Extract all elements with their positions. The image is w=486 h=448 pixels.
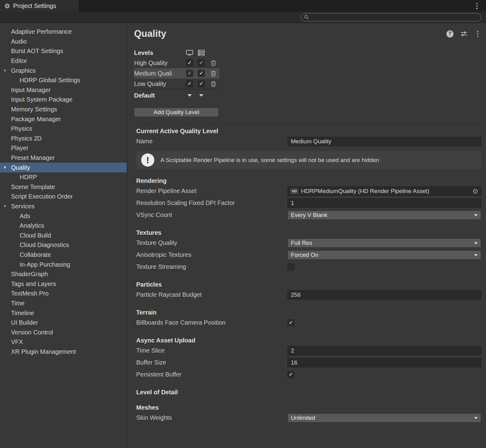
sidebar-item-analytics[interactable]: Analytics bbox=[0, 221, 127, 231]
setting-label: Texture Quality bbox=[136, 239, 287, 246]
anisotropic-textures-dropdown[interactable]: Forced On bbox=[287, 250, 481, 260]
section-title-meshes: Meshes bbox=[136, 404, 481, 411]
sidebar-item-physics[interactable]: Physics bbox=[0, 124, 127, 134]
render-pipeline-asset-field[interactable]: HD HDRPMediumQuality (HD Render Pipeline… bbox=[287, 187, 481, 196]
presets-sliders-icon[interactable] bbox=[460, 30, 468, 37]
levels-header-row: Levels bbox=[134, 48, 219, 58]
skin-weights-dropdown[interactable]: Unlimited bbox=[287, 413, 481, 423]
section-title-rendering: Rendering bbox=[136, 177, 481, 184]
level-name: Low Quality bbox=[134, 80, 184, 87]
section-title-current-active: Current Active Quality Level bbox=[136, 128, 481, 135]
sidebar-item-package-manager[interactable]: Package Manager bbox=[0, 114, 127, 124]
sidebar-item-input-system-package[interactable]: Input System Package bbox=[0, 95, 127, 105]
foldout-triangle-icon[interactable]: ▼ bbox=[3, 204, 7, 208]
sidebar-item-script-execution-order[interactable]: Script Execution Order bbox=[0, 192, 127, 202]
setting-label: Time Slice bbox=[136, 347, 287, 354]
sidebar-item-preset-manager[interactable]: Preset Manager bbox=[0, 153, 127, 163]
sidebar-item-cloud-build[interactable]: Cloud Build bbox=[0, 230, 127, 240]
level-enabled-checkbox[interactable]: ✓ bbox=[186, 60, 193, 66]
sidebar-item-tags-and-layers[interactable]: Tags and Layers bbox=[0, 279, 127, 289]
vsync-count-dropdown[interactable]: Every V Blank bbox=[287, 210, 481, 220]
sidebar-item-adaptive-performance[interactable]: Adaptive Performance bbox=[0, 27, 127, 37]
window-kebab-icon[interactable]: ⋮ bbox=[468, 0, 486, 12]
default-level-dropdown[interactable] bbox=[195, 89, 207, 102]
sidebar-item-in-app-purchasing[interactable]: In-App Purchasing bbox=[0, 260, 127, 269]
sidebar-item-version-control[interactable]: Version Control bbox=[0, 327, 127, 337]
sidebar-item-burst-aot-settings[interactable]: Burst AOT Settings bbox=[0, 46, 127, 56]
level-name: High Quality bbox=[134, 60, 184, 67]
sidebar-item-input-manager[interactable]: Input Manager bbox=[0, 85, 127, 95]
section-title-textures: Textures bbox=[136, 229, 481, 236]
header-icons: ? ⋮ bbox=[446, 30, 481, 38]
sidebar-item-cloud-diagnostics[interactable]: Cloud Diagnostics bbox=[0, 240, 127, 250]
setting-label: Persistent Buffer bbox=[136, 371, 287, 378]
sidebar-item-editor[interactable]: Editor bbox=[0, 56, 127, 66]
delete-level-icon[interactable] bbox=[207, 68, 219, 79]
setting-label: Anisotropic Textures bbox=[136, 251, 287, 258]
foldout-triangle-icon[interactable]: ▼ bbox=[3, 165, 7, 170]
time-slice-input[interactable]: 2 bbox=[287, 346, 481, 355]
setting-row-buffer-size: Buffer Size 16 bbox=[136, 357, 481, 369]
platform-list-icon[interactable] bbox=[195, 48, 207, 58]
buffer-size-input[interactable]: 16 bbox=[287, 358, 481, 367]
level-enabled-checkbox[interactable]: ✓ bbox=[198, 70, 205, 77]
billboards-face-camera-checkbox[interactable]: ✓ bbox=[287, 319, 294, 326]
sidebar-item-player[interactable]: Player bbox=[0, 143, 127, 153]
level-enabled-checkbox[interactable]: ✓ bbox=[198, 80, 205, 87]
persistent-buffer-checkbox[interactable]: ✓ bbox=[287, 371, 294, 378]
settings-sidebar: Adaptive Performance Audio Burst AOT Set… bbox=[0, 23, 127, 448]
add-quality-level-button[interactable]: Add Quality Level bbox=[134, 108, 219, 117]
setting-row-billboards-face-camera: Billboards Face Camera Position ✓ bbox=[136, 317, 481, 329]
delete-level-icon[interactable] bbox=[207, 79, 219, 89]
sidebar-item-ads[interactable]: Ads bbox=[0, 211, 127, 221]
particle-raycast-budget-input[interactable]: 256 bbox=[287, 290, 481, 299]
sidebar-item-timeline[interactable]: Timeline bbox=[0, 308, 127, 318]
search-icon bbox=[304, 15, 309, 20]
sidebar-item-time[interactable]: Time bbox=[0, 299, 127, 308]
setting-row-resolution-scaling: Resolution Scaling Fixed DPI Factor 1 bbox=[136, 197, 481, 209]
section-particles: Particles Particle Raycast Budget 256 bbox=[134, 281, 481, 301]
search-box[interactable] bbox=[301, 13, 481, 21]
sidebar-item-services[interactable]: ▼ Services bbox=[0, 202, 127, 211]
project-settings-window: ⚙ Project Settings ⋮ Adaptive Performanc… bbox=[0, 0, 486, 448]
help-icon[interactable]: ? bbox=[446, 30, 453, 37]
sidebar-item-xr-plugin-management[interactable]: XR Plugin Management bbox=[0, 347, 127, 357]
level-enabled-checkbox[interactable]: ✓ bbox=[186, 80, 193, 87]
texture-quality-dropdown[interactable]: Full Res bbox=[287, 238, 481, 248]
search-input[interactable] bbox=[311, 14, 478, 20]
quality-name-input[interactable]: Medium Quality bbox=[287, 137, 481, 146]
default-level-dropdown[interactable] bbox=[184, 89, 195, 102]
sidebar-item-hdrp[interactable]: HDRP bbox=[0, 172, 127, 182]
tab-project-settings[interactable]: ⚙ Project Settings bbox=[0, 0, 79, 12]
sidebar-item-shadergraph[interactable]: ShaderGraph bbox=[0, 269, 127, 279]
section-title-terrain: Terrain bbox=[136, 309, 481, 316]
sidebar-item-memory-settings[interactable]: Memory Settings bbox=[0, 105, 127, 114]
level-enabled-checkbox[interactable]: ✓ bbox=[198, 60, 205, 66]
sidebar-item-textmesh-pro[interactable]: TextMesh Pro bbox=[0, 289, 127, 299]
foldout-triangle-icon[interactable]: ▼ bbox=[3, 68, 7, 73]
sidebar-item-ui-builder[interactable]: UI Builder bbox=[0, 318, 127, 328]
quality-level-row-high[interactable]: High Quality ✓ ✓ bbox=[134, 58, 219, 68]
texture-streaming-checkbox[interactable] bbox=[287, 264, 294, 270]
desktop-platform-icon[interactable] bbox=[184, 48, 195, 58]
quality-level-row-low[interactable]: Low Quality ✓ ✓ bbox=[134, 79, 219, 89]
levels-table: Levels bbox=[134, 48, 219, 89]
setting-row-anisotropic-textures: Anisotropic Textures Forced On bbox=[136, 249, 481, 261]
sidebar-item-collaborate[interactable]: Collaborate bbox=[0, 250, 127, 260]
object-picker-icon[interactable]: ⊙ bbox=[472, 188, 478, 194]
level-enabled-checkbox[interactable]: ✓ bbox=[186, 70, 193, 77]
panel-kebab-icon[interactable]: ⋮ bbox=[474, 30, 481, 38]
sidebar-item-vfx[interactable]: VFX bbox=[0, 337, 127, 347]
sidebar-item-scene-template[interactable]: Scene Template bbox=[0, 182, 127, 192]
info-icon: ! bbox=[141, 153, 154, 167]
sidebar-item-physics-2d[interactable]: Physics 2D bbox=[0, 134, 127, 144]
sidebar-item-graphics[interactable]: ▼ Graphics bbox=[0, 66, 127, 75]
setting-label: Name bbox=[136, 138, 287, 145]
sidebar-item-quality[interactable]: ▼ Quality bbox=[0, 163, 127, 172]
chevron-down-icon bbox=[474, 417, 478, 419]
sidebar-item-audio[interactable]: Audio bbox=[0, 37, 127, 47]
resolution-scaling-dpi-input[interactable]: 1 bbox=[287, 199, 481, 208]
sidebar-item-hdrp-global-settings[interactable]: HDRP Global Settings bbox=[0, 75, 127, 85]
delete-level-icon[interactable] bbox=[207, 58, 219, 68]
quality-level-row-medium[interactable]: Medium Quali ✓ ✓ bbox=[134, 68, 219, 79]
